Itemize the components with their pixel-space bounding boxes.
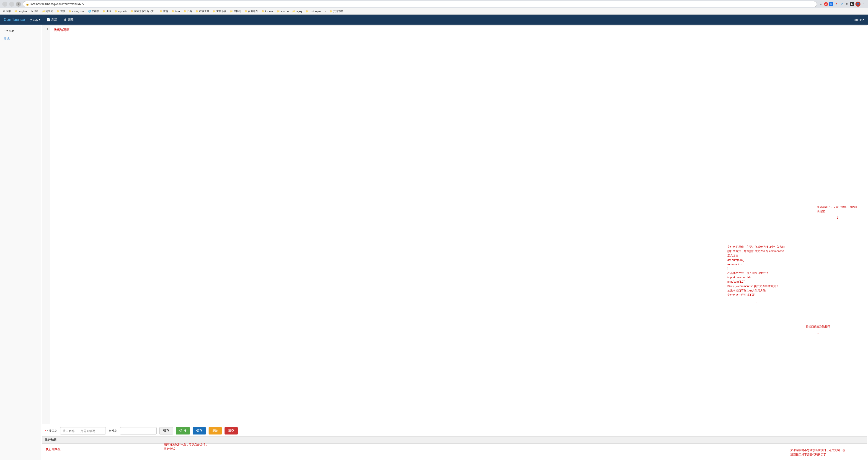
folder-icon-2: 📁 (42, 10, 45, 12)
bookmark-more[interactable]: » (323, 9, 328, 13)
annotation-clear: 代码写错了，又写了很多，可以直接清空 ↓ (817, 205, 858, 221)
url-bar[interactable]: 🔒 localhost:8081/doc/pyeditor/add?menuId… (23, 1, 817, 7)
menu-icon[interactable]: ⋮ (862, 2, 866, 6)
run-button[interactable]: 运 行 (176, 427, 190, 434)
sidebar: my app 测试 (0, 25, 41, 460)
folder-icon-4: 📁 (69, 10, 71, 12)
folder-icon: 📁 (14, 10, 17, 12)
bookmark-frontend[interactable]: 📁 前端 (158, 9, 169, 13)
bookmark-lucene[interactable]: 📁 Lucene (260, 9, 275, 13)
file-name-input[interactable] (120, 427, 157, 434)
annotation-save-db: 将接口保存到数据库 ↓ (806, 325, 830, 336)
annotation-save-db-text: 将接口保存到数据库 (806, 325, 830, 329)
bookmark-apps[interactable]: ⊞ 应用 (2, 9, 12, 13)
save-button[interactable]: 保存 (193, 427, 206, 434)
avatar-icon[interactable]: 👤 (856, 2, 861, 7)
api-name-input[interactable] (60, 427, 106, 434)
annotation-clear-text: 代码写错了，又写了很多，可以直接清空 (817, 205, 858, 213)
delete-button[interactable]: 🗑 删除 (62, 17, 75, 23)
user-menu[interactable]: admin ▾ (855, 18, 864, 22)
gear-icon: ⚙ (31, 10, 33, 12)
bookmark-springmvc[interactable]: 📁 spring-mvc (67, 9, 86, 13)
web-icon: 🌐 (88, 10, 91, 12)
extension-icon-3[interactable]: 📍 (835, 2, 839, 6)
bookmark-other[interactable]: 📁 其他书签 (329, 9, 345, 13)
bookmark-vm[interactable]: 📁 虚拟机 (228, 9, 242, 13)
bookmark-zookeeper[interactable]: 📁 zookeeper (305, 9, 322, 13)
bookmark-reinstall[interactable]: 📁 重装系统 (212, 9, 228, 13)
bookmark-baidu-maps[interactable]: 📁 百度地图 (243, 9, 259, 13)
bookmark-life[interactable]: 📁 生活 (101, 9, 113, 13)
editor-container: 1 代码编写区 文件名的用途，主要方便其他的接口中引入当前 接口的方法，如本接口… (42, 26, 867, 424)
bookmark-settings[interactable]: ⚙ 设置 (29, 9, 40, 13)
annotation-filename-text: 文件名的用途，主要方便其他的接口中引入当前 接口的方法，如本接口的文件名为 co… (727, 245, 785, 297)
folder-icon-18: 📁 (306, 10, 309, 12)
folder-icon-5: 📁 (103, 10, 105, 12)
bookmark-busybox[interactable]: 📁 busybox (13, 9, 29, 13)
bookmark-backend[interactable]: 📁 后台 (182, 9, 193, 13)
bookmark-online-tools[interactable]: 📁 在线工具 (194, 9, 211, 13)
sidebar-item-test[interactable]: 测试 (2, 35, 39, 42)
back-button[interactable]: ← (2, 2, 7, 7)
space-name[interactable]: my app ▾ (28, 18, 40, 22)
bookmark-taobao[interactable]: 📁 淘宝开放平台 - 文... (129, 9, 157, 13)
folder-icon-10: 📁 (184, 10, 186, 12)
folder-icon-6: 📁 (115, 10, 118, 12)
file-name-label: 文件名 (108, 429, 117, 433)
folder-icon-12: 📁 (213, 10, 216, 12)
extension-icon-1[interactable]: A (824, 2, 828, 6)
extension-icon-5[interactable]: ⬡ (845, 2, 849, 6)
line-number-1: 1 (44, 27, 48, 32)
arrow-down-3: ↓ (806, 329, 830, 336)
new-button[interactable]: 📄 新建 (45, 17, 59, 23)
folder-icon-15: 📁 (262, 10, 265, 12)
apps-icon: ⊞ (3, 10, 5, 12)
browser-chrome: ← → ↻ 🔒 localhost:8081/doc/pyeditor/add?… (0, 0, 868, 8)
extension-icon-2[interactable]: M (829, 2, 833, 6)
save-draft-button[interactable]: 暂存 (159, 427, 173, 434)
delete-icon: 🗑 (64, 18, 67, 22)
annotation-run: 编写好测试脚本后，可以点击运行，进行测试 (164, 442, 210, 451)
bookmark-mysql[interactable]: 📁 mysql (291, 9, 304, 13)
code-editor[interactable] (51, 26, 867, 424)
editor-wrapper: 1 代码编写区 (42, 26, 867, 424)
folder-icon-14: 📁 (245, 10, 247, 12)
arrow-down-2: ↓ (817, 213, 858, 221)
app-header: Confluence my app ▾ 📄 新建 🗑 删除 admin ▾ (0, 14, 868, 25)
bookmark-linux[interactable]: 📁 linux (170, 9, 182, 13)
header-actions: 📄 新建 🗑 删除 (45, 17, 75, 23)
browser-toolbar-icons: ☆ A M 📍 🛡 ⬡ ▶ 👤 ⋮ (819, 2, 866, 7)
new-icon: 📄 (46, 18, 51, 22)
bookmark-aliyun[interactable]: 📁 阿里云 (41, 9, 55, 13)
main-container: my app 测试 1 代码编写区 文件名的用途，主要方便其他的接口中引入当前 … (0, 25, 868, 460)
arrow-down-1: ↓ (727, 297, 785, 304)
bookmark-apache[interactable]: 📁 apache (276, 9, 290, 13)
folder-icon-19: 📁 (330, 10, 333, 12)
lock-icon: 🔒 (26, 2, 29, 6)
copy-button[interactable]: 复制 (209, 427, 222, 434)
bookmark-web[interactable]: 🌐 书签栏 (87, 9, 100, 13)
bottom-form: * * 接口名 文件名 暂存 运 行 保存 复制 清空 编写好测试脚本后，可以点… (41, 425, 868, 436)
folder-icon-7: 📁 (131, 10, 133, 12)
annotation-copy: 如果编辑时不想修改当前接口，点击复制，创建新接口就不需要代码拷贝了 (790, 448, 845, 457)
extension-icon-6[interactable]: ▶ (850, 2, 854, 6)
line-numbers: 1 (42, 26, 51, 424)
api-name-label: * * 接口名 (45, 429, 57, 433)
bookmark-jiaxiao[interactable]: 📁 驾校 (55, 9, 67, 13)
clear-button[interactable]: 清空 (224, 427, 238, 434)
extension-icon-4[interactable]: 🛡 (840, 2, 844, 6)
annotation-copy-text: 如果编辑时不想修改当前接口，点击复制，创建新接口就不需要代码拷贝了 (790, 448, 845, 457)
folder-icon-17: 📁 (292, 10, 295, 12)
url-text: localhost:8081/doc/pyeditor/add?menuId=7… (31, 2, 85, 6)
folder-icon-9: 📁 (172, 10, 175, 12)
forward-button[interactable]: → (9, 2, 14, 7)
folder-icon-16: 📁 (277, 10, 280, 12)
app-logo[interactable]: Confluence (4, 17, 25, 22)
sidebar-space-title: my app (2, 27, 39, 33)
bookmark-star-icon[interactable]: ☆ (819, 2, 823, 6)
reload-button[interactable]: ↻ (16, 2, 21, 7)
bookmarks-bar: ⊞ 应用 📁 busybox ⚙ 设置 📁 阿里云 📁 驾校 📁 spring-… (0, 8, 868, 14)
folder-icon-13: 📁 (230, 10, 233, 12)
bookmark-mybatis[interactable]: 📁 mybatis (114, 9, 128, 13)
content-area: 1 代码编写区 文件名的用途，主要方便其他的接口中引入当前 接口的方法，如本接口… (41, 25, 868, 460)
